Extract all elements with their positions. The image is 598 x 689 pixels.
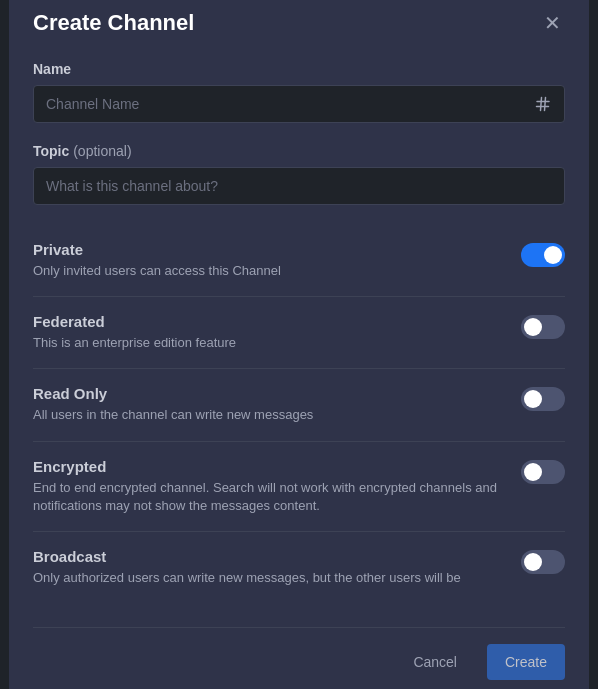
toggle-description-private: Only invited users can access this Chann… bbox=[33, 262, 505, 280]
toggle-row-read-only: Read OnlyAll users in the channel can wr… bbox=[33, 369, 565, 441]
toggle-description-broadcast: Only authorized users can write new mess… bbox=[33, 569, 505, 587]
topic-input-wrapper bbox=[33, 167, 565, 205]
toggle-label-broadcast: Broadcast bbox=[33, 548, 505, 565]
topic-label: Topic (optional) bbox=[33, 143, 565, 159]
toggle-row-private: PrivateOnly invited users can access thi… bbox=[33, 225, 565, 297]
toggle-description-encrypted: End to end encrypted channel. Search wil… bbox=[33, 479, 505, 515]
toggle-label-encrypted: Encrypted bbox=[33, 458, 505, 475]
toggle-slider-private bbox=[521, 243, 565, 267]
toggle-switch-broadcast[interactable] bbox=[521, 550, 565, 574]
toggle-label-federated: Federated bbox=[33, 313, 505, 330]
toggle-slider-broadcast bbox=[521, 550, 565, 574]
toggle-info-private: PrivateOnly invited users can access thi… bbox=[33, 241, 521, 280]
toggle-description-read-only: All users in the channel can write new m… bbox=[33, 406, 505, 424]
create-button[interactable]: Create bbox=[487, 644, 565, 680]
optional-label: (optional) bbox=[73, 143, 131, 159]
toggle-switch-private[interactable] bbox=[521, 243, 565, 267]
toggle-info-broadcast: BroadcastOnly authorized users can write… bbox=[33, 548, 521, 587]
modal-footer: Cancel Create bbox=[33, 627, 565, 680]
toggle-row-encrypted: EncryptedEnd to end encrypted channel. S… bbox=[33, 442, 565, 532]
close-button[interactable]: ✕ bbox=[540, 9, 565, 37]
topic-field-group: Topic (optional) bbox=[33, 143, 565, 205]
name-input-wrapper bbox=[33, 85, 565, 123]
toggle-description-federated: This is an enterprise edition feature bbox=[33, 334, 505, 352]
toggle-slider-federated bbox=[521, 315, 565, 339]
modal-header: Create Channel ✕ bbox=[33, 9, 565, 37]
toggle-switch-encrypted[interactable] bbox=[521, 460, 565, 484]
name-field-group: Name bbox=[33, 61, 565, 123]
toggle-label-read-only: Read Only bbox=[33, 385, 505, 402]
toggle-row-federated: FederatedThis is an enterprise edition f… bbox=[33, 297, 565, 369]
close-icon: ✕ bbox=[544, 13, 561, 33]
toggle-slider-encrypted bbox=[521, 460, 565, 484]
toggle-slider-read-only bbox=[521, 387, 565, 411]
name-label: Name bbox=[33, 61, 565, 77]
toggle-row-broadcast: BroadcastOnly authorized users can write… bbox=[33, 532, 565, 603]
modal-title: Create Channel bbox=[33, 10, 194, 36]
create-channel-modal: Create Channel ✕ Name Topic (optional) P… bbox=[9, 0, 589, 689]
hash-icon bbox=[533, 94, 553, 114]
name-input[interactable] bbox=[33, 85, 565, 123]
toggle-switch-read-only[interactable] bbox=[521, 387, 565, 411]
toggle-info-encrypted: EncryptedEnd to end encrypted channel. S… bbox=[33, 458, 521, 515]
toggles-container: PrivateOnly invited users can access thi… bbox=[33, 225, 565, 603]
cancel-button[interactable]: Cancel bbox=[395, 644, 475, 680]
toggle-info-federated: FederatedThis is an enterprise edition f… bbox=[33, 313, 521, 352]
topic-input[interactable] bbox=[33, 167, 565, 205]
toggle-label-private: Private bbox=[33, 241, 505, 258]
toggle-info-read-only: Read OnlyAll users in the channel can wr… bbox=[33, 385, 521, 424]
toggle-switch-federated[interactable] bbox=[521, 315, 565, 339]
